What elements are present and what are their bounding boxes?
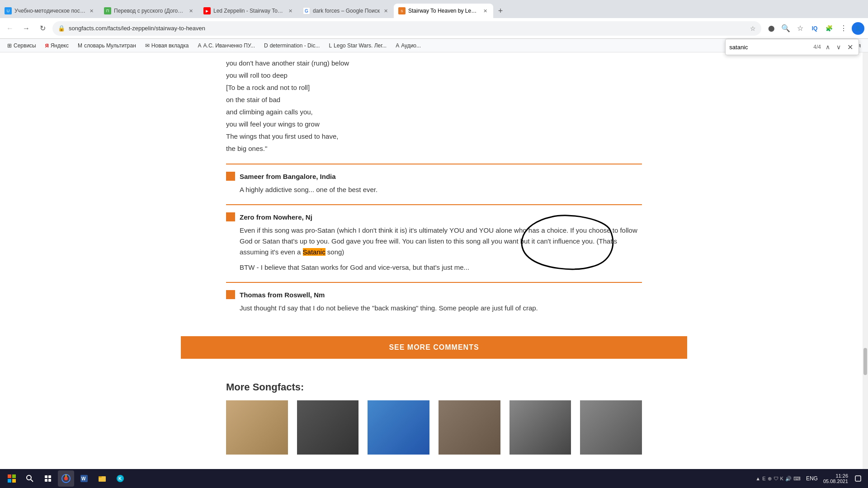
svg-text:W: W: [81, 476, 86, 481]
taskbar-keyboard-icon[interactable]: ⌨: [793, 476, 801, 482]
back-button[interactable]: ←: [4, 22, 16, 35]
tab-close-ucheba[interactable]: ✕: [88, 7, 95, 15]
poem-line-8: the big ones.": [226, 142, 642, 155]
bookmark-label-lego: Lego Star Wars. Лег...: [334, 42, 387, 49]
url-bar[interactable]: 🔒 songfacts.com/facts/led-zeppelin/stair…: [52, 21, 761, 36]
bookmark-multitran[interactable]: М словарь Мультитран: [74, 42, 140, 50]
svg-rect-0: [8, 474, 11, 478]
extension-icon-2[interactable]: 🧩: [823, 22, 835, 35]
comment-header-zero: Zero from Nowhere, Nj: [226, 212, 642, 221]
taskbar-icon-1[interactable]: ⊕: [768, 476, 772, 482]
bookmark-gmail[interactable]: ✉ Новая вкладка: [142, 42, 193, 50]
bookmark-favicon-gmail: ✉: [145, 42, 150, 49]
bookmark-favicon-yandex: Я: [45, 43, 49, 48]
tab-close-songfacts[interactable]: ✕: [482, 7, 489, 15]
taskbar-clock[interactable]: 11:26 05.08.2021: [823, 473, 848, 484]
svg-rect-8: [45, 479, 47, 482]
comment-subtext-zero: BTW - I believe that Satan works for God…: [240, 262, 642, 273]
comment-text-sameer: A highly addictive song... one of the be…: [240, 184, 642, 195]
bookmark-label-multitran: словарь Мультитран: [84, 42, 136, 49]
taskbar-date: 05.08.2021: [823, 479, 848, 484]
new-tab-button[interactable]: +: [493, 4, 508, 18]
taskbar-volume-icon[interactable]: 🔊: [785, 476, 792, 482]
tab-label-youtube: Led Zeppelin - Stairway To Heav...: [213, 8, 284, 14]
find-next-button[interactable]: ∨: [835, 42, 843, 52]
taskbar-word-app[interactable]: W: [76, 470, 92, 487]
favorite-star-icon[interactable]: ☆: [794, 22, 807, 35]
bookmark-determination[interactable]: D determination - Dic...: [260, 42, 323, 50]
see-more-comments-button[interactable]: SEE MORE COMMENTS: [181, 336, 687, 359]
tab-close-youtube[interactable]: ✕: [287, 7, 294, 15]
bookmark-favicon-multitran: М: [78, 42, 82, 49]
comment-text-zero-before: Even if this song was pro-Satan (which I…: [240, 226, 637, 256]
commenter-name-zero: Zero from Nowhere, Nj: [240, 213, 312, 221]
commenter-name-thomas: Thomas from Roswell, Nm: [240, 291, 325, 299]
taskbar-language[interactable]: ENG: [804, 474, 820, 483]
taskbar-app-other[interactable]: K: [112, 470, 128, 487]
tab-favicon-songfacts: S: [398, 7, 406, 14]
search-icon[interactable]: 🔍: [779, 22, 792, 35]
songfact-card-3[interactable]: [368, 400, 429, 455]
taskbar-chrome-app[interactable]: [58, 470, 74, 487]
refresh-button[interactable]: ↻: [36, 22, 49, 35]
comment-text-zero: Even if this song was pro-Satan (which I…: [240, 225, 642, 258]
songfact-card-4[interactable]: [439, 400, 500, 455]
comment-sameer: Sameer from Bangalore, India A highly ad…: [226, 172, 642, 195]
tab-close-google[interactable]: ✕: [382, 7, 389, 15]
poem-lines: you don't have another stair (rung) belo…: [226, 57, 642, 155]
more-songfacts-title: More Songfacts:: [226, 381, 642, 393]
tab-favicon-youtube: ▶: [203, 7, 211, 14]
taskbar-antivirus-icon[interactable]: E: [762, 476, 765, 481]
tab-perevod[interactable]: П Перевод с русского (Договор... ✕: [99, 4, 199, 18]
bookmark-star-icon[interactable]: ☆: [750, 25, 756, 32]
orange-square-thomas: [226, 290, 235, 299]
find-close-button[interactable]: ✕: [845, 42, 855, 52]
profile-button[interactable]: 👤: [852, 22, 864, 35]
tab-close-perevod[interactable]: ✕: [188, 7, 194, 15]
taskbar-search-button[interactable]: [22, 470, 38, 487]
taskbar-notification-button[interactable]: [852, 470, 864, 487]
settings-icon[interactable]: ⋮: [837, 22, 850, 35]
bookmark-lego[interactable]: L Lego Star Wars. Лег...: [325, 42, 390, 50]
find-prev-button[interactable]: ∧: [824, 42, 832, 52]
extension-icon-1[interactable]: ⬤: [765, 22, 778, 35]
forward-button[interactable]: →: [20, 22, 33, 35]
bookmark-audio[interactable]: А Аудио...: [392, 42, 425, 50]
songfact-card-1[interactable]: [226, 400, 288, 455]
poem-line-7: The wings that you first used to have,: [226, 130, 642, 142]
bookmark-services[interactable]: ⊞ Сервисы: [4, 42, 40, 50]
taskbar-time: 11:26: [835, 473, 848, 479]
taskbar-icon-2[interactable]: 🛡: [774, 476, 778, 481]
taskbar-explorer-app[interactable]: [94, 470, 110, 487]
more-songfacts: More Songfacts:: [163, 372, 705, 455]
iq-icon[interactable]: IQ: [808, 22, 821, 35]
poem-line-4: on the stair of bad: [226, 94, 642, 106]
comment-header-thomas: Thomas from Roswell, Nm: [226, 290, 642, 299]
songfact-card-2[interactable]: [297, 400, 359, 455]
songfact-card-5[interactable]: [509, 400, 571, 455]
taskbar-right: ▲ E ⊕ 🛡 K 🔊 ⌨ ENG 11:26 05.08.2021: [755, 470, 864, 487]
taskbar-task-view[interactable]: [40, 470, 56, 487]
scrollbar-thumb[interactable]: [863, 348, 867, 375]
scrollbar[interactable]: [863, 52, 868, 474]
tab-label-google: dark forces – Google Поиск: [313, 8, 380, 14]
svg-text:K: K: [118, 476, 122, 481]
bookmark-yandex[interactable]: Я Яндекс: [42, 42, 72, 50]
comment-text-thomas: Just thought I'd say that I do not belie…: [240, 303, 642, 314]
comment-thomas: Thomas from Roswell, Nm Just thought I'd…: [226, 290, 642, 314]
tab-songfacts[interactable]: S Stairway To Heaven by Led Zepp... ✕: [394, 4, 493, 18]
tab-youtube[interactable]: ▶ Led Zeppelin - Stairway To Heav... ✕: [199, 4, 298, 18]
orange-divider-1: [226, 164, 642, 164]
songfact-card-6[interactable]: [580, 400, 642, 455]
taskbar-show-hidden-icon[interactable]: ▲: [755, 476, 760, 481]
bookmark-label-ivanenko: А.С. Иванченко ПУ...: [203, 42, 255, 49]
bookmark-ivanenko[interactable]: А А.С. Иванченко ПУ...: [194, 42, 259, 50]
tab-google[interactable]: G dark forces – Google Поиск ✕: [298, 4, 394, 18]
bookmark-favicon-determination: D: [264, 42, 268, 49]
tab-ucheba[interactable]: U Учебно-методическое пособие ✕: [0, 4, 99, 18]
poem-line-3: [To be a rock and not to roll]: [226, 81, 642, 94]
tab-label-perevod: Перевод с русского (Договор...: [114, 8, 185, 14]
start-button[interactable]: [4, 470, 20, 487]
taskbar-icon-3[interactable]: K: [780, 476, 783, 481]
find-input[interactable]: [729, 44, 811, 51]
